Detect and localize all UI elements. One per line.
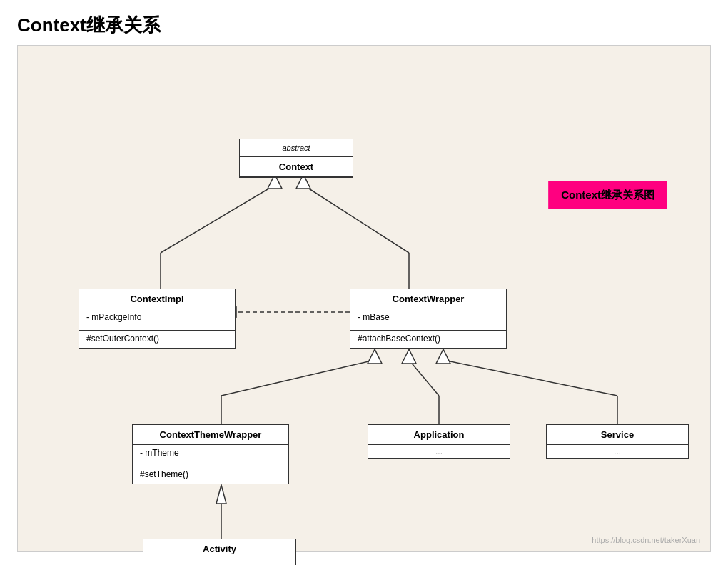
service-box: Service ... xyxy=(546,424,689,459)
svg-marker-10 xyxy=(368,349,382,364)
contextwrapper-field1: - mBase xyxy=(350,309,506,331)
svg-line-1 xyxy=(161,185,275,253)
contextimpl-field1: - mPackgeInfo xyxy=(79,309,235,331)
diagram-area: abstract Context ContextImpl - mPackgeIn… xyxy=(17,45,711,552)
contextthemewrapper-title: ContextThemeWrapper xyxy=(133,425,288,445)
application-dots: ... xyxy=(368,445,510,458)
context-subtitle: abstract xyxy=(240,139,353,157)
contextwrapper-method1: #attachBaseContext() xyxy=(350,331,506,348)
application-box: Application ... xyxy=(368,424,510,459)
contextthemewrapper-box: ContextThemeWrapper - mTheme #setTheme() xyxy=(132,424,289,484)
application-title: Application xyxy=(368,425,510,445)
svg-marker-16 xyxy=(436,349,450,364)
svg-line-9 xyxy=(221,360,375,396)
contextimpl-title: ContextImpl xyxy=(79,289,235,309)
contextimpl-method1: #setOuterContext() xyxy=(79,331,235,348)
contextwrapper-box: ContextWrapper - mBase #attachBaseContex… xyxy=(350,289,507,349)
service-dots: ... xyxy=(547,445,688,458)
service-title: Service xyxy=(547,425,688,445)
contextthemewrapper-field1: - mTheme xyxy=(133,445,288,466)
context-box: abstract Context xyxy=(239,139,353,178)
activity-title: Activity xyxy=(143,539,295,559)
legend-label: Context继承关系图 xyxy=(548,181,667,209)
svg-marker-18 xyxy=(216,485,226,504)
watermark: https://blog.csdn.net/takerXuan xyxy=(592,536,700,544)
contextwrapper-title: ContextWrapper xyxy=(350,289,506,309)
contextimpl-box: ContextImpl - mPackgeInfo #setOuterConte… xyxy=(79,289,236,349)
activity-box: Activity ... xyxy=(143,539,296,565)
context-title: Context xyxy=(240,157,353,177)
page-title: Context继承关系 xyxy=(0,0,728,45)
contextthemewrapper-method1: #setTheme() xyxy=(133,466,288,484)
activity-dots: ... xyxy=(143,559,295,565)
svg-line-12 xyxy=(409,360,439,396)
svg-marker-13 xyxy=(402,349,416,364)
svg-line-4 xyxy=(303,185,409,253)
svg-line-15 xyxy=(443,360,617,396)
